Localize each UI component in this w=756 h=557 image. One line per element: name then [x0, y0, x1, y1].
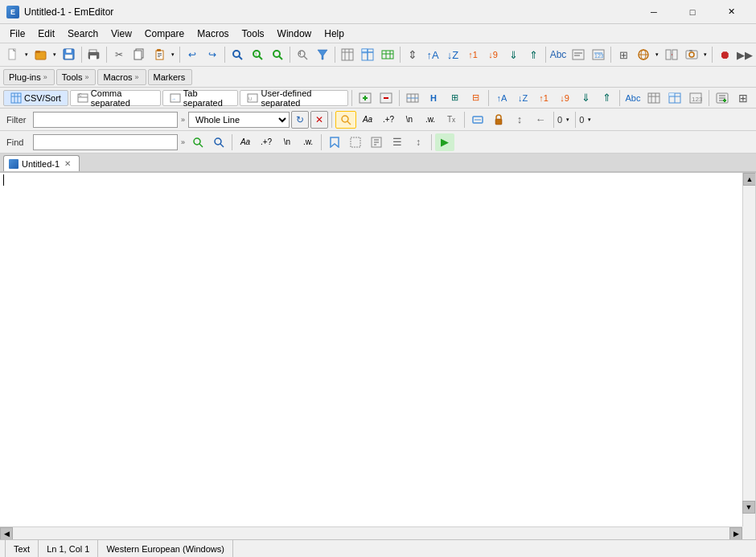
menu-file[interactable]: File: [3, 25, 31, 43]
csv-extra4-button[interactable]: ⊞: [733, 88, 753, 108]
horizontal-scrollbar[interactable]: ◀ ▶: [0, 526, 742, 539]
tab-separated-tab[interactable]: → Tab separated: [162, 90, 239, 106]
save-button[interactable]: [60, 45, 79, 64]
find-regex-button[interactable]: .+?: [257, 133, 276, 151]
word-count-button[interactable]: [569, 45, 588, 64]
filter-clear-button[interactable]: ✕: [310, 111, 328, 129]
combine-cols-button[interactable]: ⊞: [445, 88, 464, 108]
csv-sort-za-button[interactable]: ↓Z: [513, 88, 532, 108]
filter-mode-select[interactable]: Whole Line Partial Match Regular Express…: [188, 112, 290, 128]
csv-extra2-button[interactable]: 123: [686, 88, 705, 108]
menu-macros[interactable]: Macros: [191, 25, 235, 43]
sort-fast-button[interactable]: ⇓: [503, 45, 523, 64]
print-preview-button[interactable]: [84, 45, 104, 64]
screenshot-button[interactable]: [682, 45, 701, 64]
paste-dropdown-button[interactable]: ▾: [169, 45, 177, 64]
sort-col-button[interactable]: ⇕: [403, 45, 422, 64]
find-extract-button[interactable]: [367, 133, 386, 151]
record-macro-button[interactable]: ⏺: [715, 45, 734, 64]
filter-match-case-button[interactable]: Aa: [358, 111, 377, 129]
filter-refresh-button[interactable]: ↻: [291, 111, 309, 129]
cut-button[interactable]: ✂: [109, 45, 129, 64]
tools-tab[interactable]: Tools »: [56, 69, 97, 85]
csv-table-button[interactable]: [644, 88, 664, 108]
menu-window[interactable]: Window: [271, 25, 318, 43]
filter-input[interactable]: [33, 112, 178, 128]
csv-extra3-button[interactable]: [713, 88, 732, 108]
screenshot-dropdown-button[interactable]: ▾: [701, 45, 709, 64]
find-arrows2-button[interactable]: ↕: [409, 133, 428, 151]
maximize-button[interactable]: □: [674, 0, 711, 24]
find-match-case-button[interactable]: Aa: [236, 133, 255, 151]
spell-check-button[interactable]: Abc: [549, 45, 568, 64]
csv-columns-button[interactable]: [338, 45, 357, 64]
find-prev-small-button[interactable]: [188, 133, 207, 151]
col-select-button[interactable]: ⊞: [614, 45, 633, 64]
filter-count2-dropdown[interactable]: ▾: [585, 112, 594, 128]
menu-tools[interactable]: Tools: [236, 25, 271, 43]
filter-search-icon-button[interactable]: [335, 111, 356, 129]
csv-extra1-button[interactable]: [665, 88, 684, 108]
sort-num-asc-button[interactable]: ↑1: [463, 45, 483, 64]
sort-fast-rev-button[interactable]: ⇑: [524, 45, 543, 64]
menu-help[interactable]: Help: [318, 25, 351, 43]
filter-button[interactable]: [313, 45, 332, 64]
csv-sort-az-button[interactable]: ↑A: [492, 88, 512, 108]
csv-sort-tab[interactable]: CSV/Sort: [3, 90, 68, 106]
filter-lock-button[interactable]: [489, 111, 508, 129]
diff-button[interactable]: [662, 45, 681, 64]
macros-tab[interactable]: Macros »: [97, 69, 146, 85]
find-toolbar-button[interactable]: [228, 45, 247, 64]
menu-search[interactable]: Search: [61, 25, 105, 43]
filter-tx-button[interactable]: Tx: [442, 111, 461, 129]
redo-button[interactable]: ↪: [203, 45, 222, 64]
copy-button[interactable]: [129, 45, 149, 64]
find-chevron[interactable]: »: [179, 138, 187, 146]
close-button[interactable]: ✕: [713, 0, 750, 24]
find-bookmark-button[interactable]: [325, 133, 344, 151]
run-macro-button[interactable]: ▶▶: [735, 45, 754, 64]
find-newline-button[interactable]: \n: [277, 133, 297, 151]
jump-button[interactable]: 123: [589, 45, 608, 64]
new-dropdown-button[interactable]: ▾: [23, 45, 31, 64]
sort-desc-button[interactable]: ↓Z: [443, 45, 462, 64]
find-list-button[interactable]: ☰: [388, 133, 407, 151]
find-input[interactable]: [33, 134, 178, 150]
paste-button[interactable]: [150, 45, 169, 64]
col-width-button[interactable]: [403, 88, 422, 108]
find-go-button[interactable]: ▶: [435, 133, 454, 151]
find-next-small-button[interactable]: [209, 133, 228, 151]
menu-view[interactable]: View: [105, 25, 138, 43]
csv-toggle-button[interactable]: [378, 45, 397, 64]
csv-sort-num-desc-button[interactable]: ↓9: [555, 88, 574, 108]
new-button[interactable]: [3, 45, 23, 64]
menu-edit[interactable]: Edit: [31, 25, 61, 43]
heading-button[interactable]: H: [424, 88, 443, 108]
delete-column-button[interactable]: [376, 88, 396, 108]
vertical-scrollbar[interactable]: ▲ ▼: [742, 173, 755, 526]
find-word-button[interactable]: .w.: [298, 133, 318, 151]
plugins-tab[interactable]: Plug-ins »: [3, 69, 55, 85]
csv-sort-select-rev-button[interactable]: ⇑: [597, 88, 616, 108]
find-next-button[interactable]: [268, 45, 287, 64]
filter-count-dropdown[interactable]: ▾: [564, 112, 572, 128]
filter-left-button[interactable]: ←: [531, 111, 550, 129]
csv-spell-button[interactable]: Abc: [623, 88, 643, 108]
editor-area[interactable]: ▲ ▼ ◀ ▶: [0, 173, 756, 539]
zoom-in-button[interactable]: [293, 45, 312, 64]
doc-tab-close-button[interactable]: ✕: [64, 159, 71, 168]
filter-word-button[interactable]: .w.: [421, 111, 440, 129]
user-defined-tab[interactable]: U User-defined separated: [240, 90, 348, 106]
minimize-button[interactable]: ─: [635, 0, 672, 24]
undo-button[interactable]: ↩: [183, 45, 202, 64]
csv-sort-select-button[interactable]: ⇓: [576, 88, 595, 108]
find-select-all-button[interactable]: [346, 133, 365, 151]
doc-tab-untitled1[interactable]: Untitled-1 ✕: [3, 155, 80, 171]
encoding-dropdown-button[interactable]: ▾: [653, 45, 661, 64]
freeze-button[interactable]: [358, 45, 377, 64]
filter-arrows-button[interactable]: ↕: [510, 111, 529, 129]
add-column-button[interactable]: [355, 88, 375, 108]
comma-separated-tab[interactable]: C Comma separated: [70, 90, 161, 106]
sort-num-desc-button[interactable]: ↓9: [483, 45, 503, 64]
csv-sort-num-asc-button[interactable]: ↑1: [534, 88, 553, 108]
